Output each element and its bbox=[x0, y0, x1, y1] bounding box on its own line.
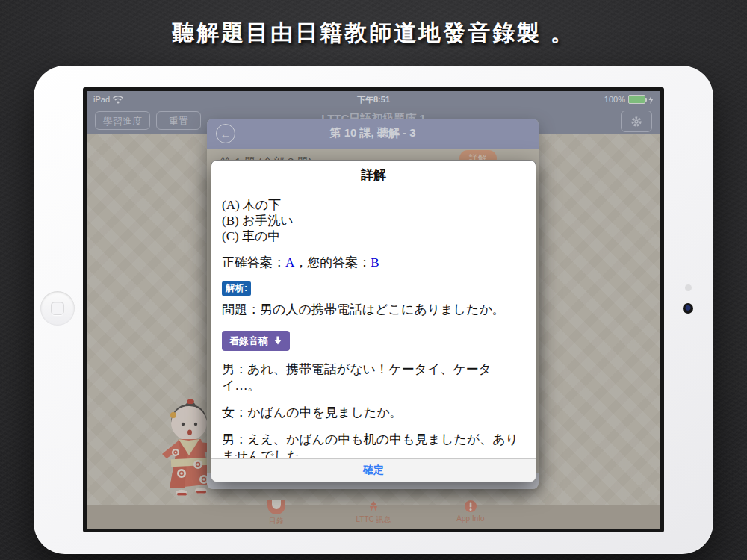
home-button[interactable] bbox=[40, 291, 75, 326]
analysis-badge: 解析: bbox=[222, 281, 251, 296]
question-sentence: 問題：男の人の携帯電話はどこにありましたか。 bbox=[222, 302, 525, 318]
correct-answer-value: A bbox=[285, 255, 294, 270]
confirm-button[interactable]: 確定 bbox=[363, 464, 384, 477]
explanation-content[interactable]: 詳解 (A) 木の下 (B) お手洗い (C) 車の中 正確答案：A，您的答案：… bbox=[211, 161, 536, 459]
screenshot-root: 聽解題目由日籍教師道地發音錄製 。 bbox=[0, 0, 747, 560]
transcript-toggle-button[interactable]: 看錄音稿 bbox=[222, 331, 290, 351]
home-button-glyph bbox=[51, 302, 64, 315]
ambient-sensor bbox=[685, 284, 692, 291]
user-answer-value: B bbox=[371, 255, 379, 270]
dialogue-line: 女：かばんの中を見ましたか。 bbox=[222, 405, 525, 421]
option-a: (A) 木の下 bbox=[222, 197, 525, 213]
front-camera bbox=[683, 303, 693, 314]
dialogue-line: 男：ええ、かばんの中も机の中も見ましたが、ありませんでした。 bbox=[222, 432, 525, 460]
marketing-caption: 聽解題目由日籍教師道地發音錄製 。 bbox=[0, 18, 747, 49]
option-c: (C) 車の中 bbox=[222, 228, 525, 244]
screen-bezel: iPad 下午8:51 100% bbox=[83, 87, 664, 532]
ipad-device-frame: iPad 下午8:51 100% bbox=[34, 66, 713, 554]
popup-footer: 確定 bbox=[211, 458, 536, 482]
app-screen: iPad 下午8:51 100% bbox=[87, 91, 660, 529]
answer-line: 正確答案：A，您的答案：B bbox=[222, 255, 525, 270]
dialogue-line: 男：あれ、携帯電話がない！ケータイ、ケータイ…。 bbox=[222, 361, 525, 394]
arrow-down-icon bbox=[273, 336, 282, 345]
popup-title: 詳解 bbox=[222, 167, 525, 184]
option-b: (B) お手洗い bbox=[222, 213, 525, 228]
transcript-button-label: 看錄音稿 bbox=[229, 336, 268, 346]
explanation-popup: 詳解 (A) 木の下 (B) お手洗い (C) 車の中 正確答案：A，您的答案：… bbox=[211, 160, 536, 482]
